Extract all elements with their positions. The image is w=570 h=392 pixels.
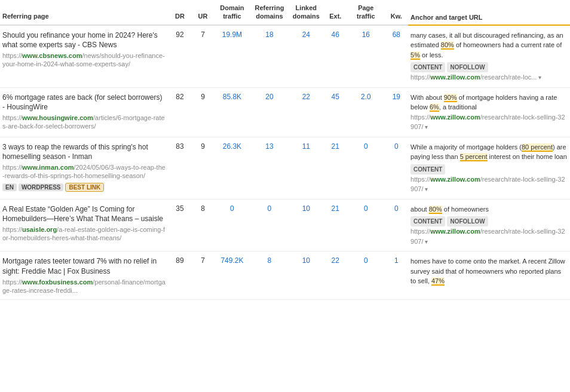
referring-page-cell: 6% mortgage rates are back (for select b… <box>0 87 168 137</box>
anchor-url[interactable]: https://www.zillow.com/research/rate-loc… <box>410 72 568 82</box>
linked-domains-value: 24 <box>289 25 323 88</box>
referring-domains-value: 20 <box>250 87 289 137</box>
anchor-cell: many cases, it all but discouraged refin… <box>408 25 570 88</box>
anchor-badge: CONTENT <box>410 216 445 226</box>
table-row: 3 ways to reap the rewards of this sprin… <box>0 137 570 199</box>
referring-page-cell: 3 ways to reap the rewards of this sprin… <box>0 137 168 199</box>
anchor-text: With about 90% of mortgage holders havin… <box>410 93 568 112</box>
table-row: Should you refinance your home in 2024? … <box>0 25 570 88</box>
page-title: 3 ways to reap the rewards of this sprin… <box>2 142 166 163</box>
backlinks-table-container: Referring page DR UR Domain traffic Refe… <box>0 0 570 300</box>
anchor-cell: With about 90% of mortgage holders havin… <box>408 87 570 137</box>
linked-domains-value: 11 <box>289 137 323 199</box>
anchor-url[interactable]: https://www.zillow.com/research/rate-loc… <box>410 112 568 132</box>
referring-page-cell: A Real Estate “Golden Age” Is Coming for… <box>0 199 168 252</box>
linked-domains-value: 22 <box>289 87 323 137</box>
col-header-ext[interactable]: Ext. <box>324 0 348 25</box>
anchor-badge: CONTENT <box>410 164 445 174</box>
referring-page-cell: Mortgage rates teeter toward 7% with no … <box>0 252 168 300</box>
linked-domains-value: 10 <box>289 252 323 300</box>
referring-domains-value: 18 <box>250 25 289 88</box>
anchor-url[interactable]: https://www.zillow.com/research/rate-loc… <box>410 226 568 246</box>
ext-value: 21 <box>324 199 348 252</box>
page-url[interactable]: https://usaisle.org/a-real-estate-golden… <box>2 225 166 243</box>
referring-domains-value: 13 <box>250 137 289 199</box>
col-header-referring-domains[interactable]: Referring domains <box>250 0 289 25</box>
lang-badge: WORDPRESS <box>19 183 64 191</box>
anchor-highlight: 80% <box>429 206 442 214</box>
anchor-text: about 80% of homeowners <box>410 204 568 215</box>
backlinks-table: Referring page DR UR Domain traffic Refe… <box>0 0 570 300</box>
col-header-referring-page[interactable]: Referring page <box>0 0 168 25</box>
dropdown-arrow-icon[interactable]: ▾ <box>537 74 541 81</box>
page-url[interactable]: https://www.foxbusiness.com/personal-fin… <box>2 278 166 295</box>
page-traffic-value: 0 <box>347 252 384 300</box>
kw-value: 0 <box>385 137 409 199</box>
anchor-cell: about 80% of homeownersCONTENTNOFOLLOWht… <box>408 199 570 252</box>
ext-value: 46 <box>324 25 348 88</box>
ur-value: 8 <box>192 199 214 252</box>
anchor-highlight: 90% <box>444 94 457 102</box>
dropdown-arrow-icon[interactable]: ▾ <box>424 124 428 130</box>
dr-value: 89 <box>168 252 192 300</box>
col-header-anchor[interactable]: Anchor and target URL <box>408 0 570 25</box>
anchor-cell: While a majority of mortgage holders (80… <box>408 137 570 199</box>
referring-domains-value: 0 <box>250 199 289 252</box>
anchor-highlight: 80% <box>441 41 454 50</box>
domain-traffic-value: 749.2K <box>214 252 250 300</box>
page-url[interactable]: https://www.housingwire.com/articles/6-m… <box>2 114 166 131</box>
anchor-url[interactable]: https://www.zillow.com/research/rate-loc… <box>410 174 568 194</box>
anchor-highlight2: 5 percent <box>460 153 488 161</box>
col-header-linked-domains[interactable]: Linked domains <box>289 0 323 25</box>
linked-domains-value: 10 <box>289 199 323 252</box>
col-header-ur[interactable]: UR <box>192 0 214 25</box>
page-url[interactable]: https://www.inman.com/2024/05/06/3-ways-… <box>2 163 166 180</box>
page-title: Should you refinance your home in 2024? … <box>2 30 166 51</box>
referring-domains-value: 8 <box>250 252 289 300</box>
kw-value: 0 <box>385 199 409 252</box>
page-title: Mortgage rates teeter toward 7% with no … <box>2 256 166 277</box>
ur-value: 7 <box>192 252 214 300</box>
anchor-highlight: 80 percent <box>522 143 553 152</box>
ur-value: 9 <box>192 137 214 199</box>
ext-value: 45 <box>324 87 348 137</box>
page-traffic-value: 16 <box>347 25 384 88</box>
table-row: Mortgage rates teeter toward 7% with no … <box>0 252 570 300</box>
anchor-badge: CONTENT <box>410 62 445 72</box>
anchor-text: homes have to come onto the market. A re… <box>410 256 568 286</box>
col-header-domain-traffic[interactable]: Domain traffic <box>214 0 250 25</box>
anchor-text: many cases, it all but discouraged refin… <box>410 30 568 60</box>
page-traffic-value: 0 <box>347 137 384 199</box>
ext-value: 22 <box>324 252 348 300</box>
referring-page-cell: Should you refinance your home in 2024? … <box>0 25 168 88</box>
table-row: A Real Estate “Golden Age” Is Coming for… <box>0 199 570 252</box>
table-row: 6% mortgage rates are back (for select b… <box>0 87 570 137</box>
page-url[interactable]: https://www.cbsnews.com/news/should-you-… <box>2 51 166 69</box>
domain-traffic-value: 0 <box>214 199 250 252</box>
dr-value: 92 <box>168 25 192 88</box>
col-header-dr[interactable]: DR <box>168 0 192 25</box>
kw-value: 1 <box>385 252 409 300</box>
anchor-highlight: 47% <box>431 277 445 286</box>
dr-value: 82 <box>168 87 192 137</box>
dr-value: 83 <box>168 137 192 199</box>
kw-value: 19 <box>385 87 409 137</box>
kw-value: 68 <box>385 25 409 88</box>
lang-badge: EN <box>2 183 17 191</box>
dropdown-arrow-icon[interactable]: ▾ <box>424 238 428 245</box>
ur-value: 7 <box>192 25 214 88</box>
domain-traffic-value: 26.3K <box>214 137 250 199</box>
dropdown-arrow-icon[interactable]: ▾ <box>424 186 428 192</box>
page-title: A Real Estate “Golden Age” Is Coming for… <box>2 204 166 225</box>
col-header-page-traffic[interactable]: Page traffic <box>347 0 384 25</box>
anchor-text: While a majority of mortgage holders (80… <box>410 142 568 162</box>
ur-value: 9 <box>192 87 214 137</box>
page-traffic-value: 2.0 <box>347 87 384 137</box>
anchor-badge: NOFOLLOW <box>447 62 488 72</box>
lang-badge: BEST LINK <box>65 183 104 192</box>
dr-value: 35 <box>168 199 192 252</box>
col-header-kw[interactable]: Kw. <box>385 0 409 25</box>
anchor-badge: NOFOLLOW <box>447 216 488 226</box>
domain-traffic-value: 85.8K <box>214 87 250 137</box>
ext-value: 21 <box>324 137 348 199</box>
